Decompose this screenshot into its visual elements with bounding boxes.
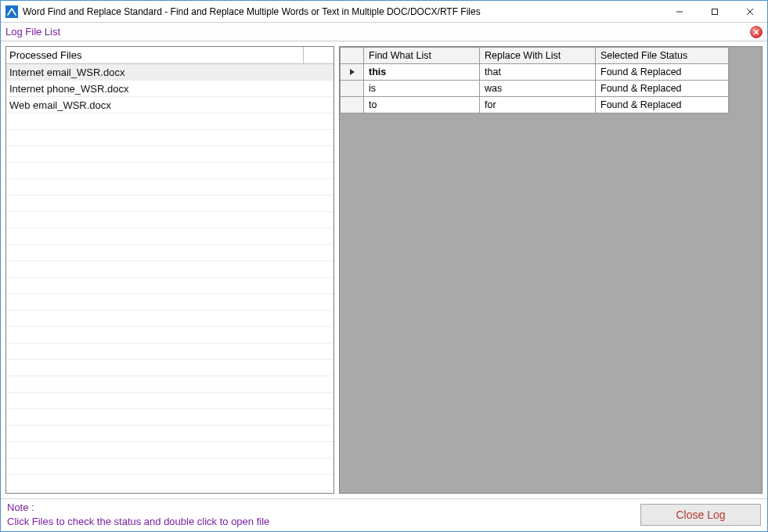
processed-file-row-empty: [6, 294, 334, 311]
processed-file-row-empty: [6, 146, 334, 163]
processed-file-row-empty: [6, 458, 334, 475]
svg-marker-6: [350, 69, 355, 75]
grid-cell-replace[interactable]: was: [480, 81, 596, 97]
svg-rect-1: [712, 9, 717, 14]
results-grid: Find What List Replace With List Selecte…: [340, 47, 729, 113]
processed-file-row-empty: [6, 475, 334, 491]
processed-file-row[interactable]: Internet phone_WSR.docx: [6, 81, 334, 97]
grid-cell-replace[interactable]: for: [480, 97, 596, 113]
maximize-button[interactable]: [697, 1, 732, 22]
grid-cell-status[interactable]: Found & Replaced: [596, 97, 729, 113]
processed-file-row[interactable]: Internet email_WSR.docx: [6, 64, 334, 81]
processed-file-row-empty: [6, 196, 334, 212]
titlebar: Word Find and Replace Standard - Find an…: [1, 1, 767, 23]
footer-note-text: Click Files to check the status and doub…: [7, 515, 269, 529]
processed-file-row-empty: [6, 228, 334, 245]
processed-file-row-empty: [6, 212, 334, 228]
window-controls: [662, 1, 767, 22]
section-header: Log File List: [1, 23, 767, 41]
processed-file-row-empty: [6, 278, 334, 294]
processed-file-row-empty: [6, 179, 334, 196]
close-panel-icon[interactable]: [750, 26, 763, 38]
close-log-button[interactable]: Close Log: [640, 504, 761, 526]
grid-cell-status[interactable]: Found & Replaced: [596, 64, 729, 81]
grid-cell-find[interactable]: to: [364, 97, 480, 113]
grid-col-find[interactable]: Find What List: [364, 48, 480, 64]
grid-row[interactable]: toforFound & Replaced: [341, 97, 729, 113]
grid-row-indicator[interactable]: [341, 64, 364, 81]
processed-file-row-empty: [6, 327, 334, 343]
processed-file-row-empty: [6, 442, 334, 458]
grid-col-status[interactable]: Selected File Status: [596, 48, 729, 64]
processed-file-row-empty: [6, 311, 334, 327]
processed-file-row-empty: [6, 360, 334, 376]
app-window: Word Find and Replace Standard - Find an…: [0, 0, 768, 532]
results-grid-panel: Find What List Replace With List Selecte…: [339, 46, 763, 494]
processed-files-header-spacer: [304, 47, 334, 64]
processed-file-row-empty: [6, 261, 334, 278]
current-row-icon: [341, 68, 363, 76]
processed-file-row-empty: [6, 409, 334, 426]
grid-col-replace[interactable]: Replace With List: [480, 48, 596, 64]
app-icon: [5, 5, 18, 18]
grid-row[interactable]: thisthatFound & Replaced: [341, 64, 729, 81]
processed-files-header-row: Processed Files: [6, 47, 334, 64]
processed-file-row-empty: [6, 343, 334, 360]
processed-file-row-empty: [6, 130, 334, 146]
grid-cell-status[interactable]: Found & Replaced: [596, 81, 729, 97]
processed-file-row[interactable]: Web email_WSR.docx: [6, 97, 334, 113]
footer-note-label: Note :: [7, 501, 269, 515]
section-title: Log File List: [5, 26, 60, 38]
footer-note: Note : Click Files to check the status a…: [7, 501, 269, 528]
processed-file-row-empty: [6, 426, 334, 442]
grid-rowheader-corner[interactable]: [341, 48, 364, 64]
processed-file-row-empty: [6, 491, 334, 493]
processed-file-row-empty: [6, 393, 334, 409]
processed-file-row-empty: [6, 163, 334, 179]
processed-files-body: Internet email_WSR.docxInternet phone_WS…: [6, 64, 334, 493]
main-area: Processed Files Internet email_WSR.docxI…: [1, 41, 767, 498]
window-title: Word Find and Replace Standard - Find an…: [23, 6, 481, 17]
grid-row[interactable]: iswasFound & Replaced: [341, 81, 729, 97]
processed-file-row-empty: [6, 376, 334, 393]
processed-file-row-empty: [6, 245, 334, 261]
processed-files-panel: Processed Files Internet email_WSR.docxI…: [5, 46, 334, 494]
processed-files-header[interactable]: Processed Files: [6, 47, 304, 64]
grid-cell-find[interactable]: is: [364, 81, 480, 97]
grid-cell-replace[interactable]: that: [480, 64, 596, 81]
processed-file-row-empty: [6, 113, 334, 130]
minimize-button[interactable]: [662, 1, 697, 22]
footer: Note : Click Files to check the status a…: [1, 498, 767, 531]
grid-row-indicator[interactable]: [341, 97, 364, 113]
close-window-button[interactable]: [732, 1, 767, 22]
grid-cell-find[interactable]: this: [364, 64, 480, 81]
grid-row-indicator[interactable]: [341, 81, 364, 97]
